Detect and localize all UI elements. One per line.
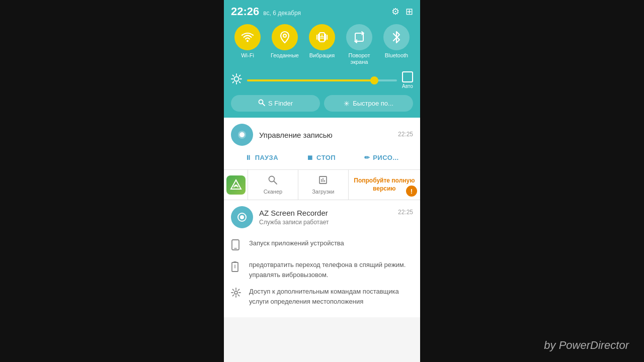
status-bar: 22:26 вс, 6 декабря ⚙ ⊞ xyxy=(224,0,420,21)
downloads-icon xyxy=(318,175,328,188)
rotate-label: Поворотэкрана xyxy=(349,52,370,65)
sfinder-label: S Finder xyxy=(268,100,293,107)
date: вс, 6 декабря xyxy=(263,10,301,17)
auto-box xyxy=(402,71,413,82)
sfinder-icon xyxy=(258,99,265,108)
permissions-area: Запуск приложений устройства предотврати… xyxy=(224,234,420,317)
quick-settings-panel: 22:26 вс, 6 декабря ⚙ ⊞ xyxy=(224,0,420,118)
auto-label: Авто xyxy=(402,83,413,89)
try-full-version[interactable]: Попробуйте полную версию ! xyxy=(349,170,420,200)
settings-perm-icon xyxy=(231,288,243,300)
svg-point-39 xyxy=(234,291,237,294)
quickconnect-button[interactable]: ✳ Быстрое по... xyxy=(324,95,413,112)
watermark: by PowerDirector xyxy=(544,339,629,352)
wifi-circle xyxy=(234,24,261,50)
brightness-thumb xyxy=(370,76,378,84)
az-logo-image xyxy=(226,175,246,195)
recording-icon xyxy=(231,124,253,146)
toggle-bluetooth[interactable]: Bluetooth xyxy=(381,24,412,65)
brightness-row: Авто xyxy=(224,67,420,92)
svg-line-27 xyxy=(274,182,277,185)
phone-icon xyxy=(231,239,243,253)
sfinder-button[interactable]: S Finder xyxy=(231,95,320,112)
quickconnect-label: Быстрое по... xyxy=(353,100,393,107)
svg-line-18 xyxy=(239,75,240,76)
notif-actions: ⏸ ПАУЗА ⏹ СТОП ✏ РИСО... xyxy=(231,150,413,163)
pause-icon: ⏸ xyxy=(245,154,252,161)
az-text: AZ Screen Recorder 22:25 Служба записи р… xyxy=(259,209,413,226)
notif-header: Управление записью 22:25 xyxy=(231,124,413,146)
geodata-label: Геоданные xyxy=(271,52,299,59)
svg-line-17 xyxy=(239,82,240,83)
svg-rect-2 xyxy=(319,33,325,42)
notif-title-row: Управление записью 22:25 xyxy=(259,131,413,139)
app-logo xyxy=(224,170,248,200)
az-title: AZ Screen Recorder xyxy=(259,209,328,217)
vibration-label: Вибрация xyxy=(309,52,335,59)
wifi-label: Wi-Fi xyxy=(241,52,254,59)
svg-point-33 xyxy=(240,215,244,219)
downloads-label: Загрузки xyxy=(312,189,334,195)
clock: 22:26 xyxy=(231,5,259,18)
time-section: 22:26 вс, 6 декабря xyxy=(231,5,301,18)
perm-text-1: Запуск приложений устройства xyxy=(249,238,344,248)
draw-label: РИСО... xyxy=(373,154,399,161)
stop-label: СТОП xyxy=(316,154,336,161)
brightness-track[interactable] xyxy=(247,79,397,81)
toggle-geodata[interactable]: Геоданные xyxy=(270,24,300,65)
az-subtitle: Служба записи работает xyxy=(259,219,329,226)
az-recorder-notification: AZ Screen Recorder 22:25 Служба записи р… xyxy=(224,200,420,234)
full-layout: 22:26 вс, 6 декабря ⚙ ⊞ xyxy=(0,0,644,362)
phone-screen: 22:26 вс, 6 декабря ⚙ ⊞ xyxy=(224,0,420,362)
quick-buttons-row: S Finder ✳ Быстрое по... xyxy=(224,92,420,118)
toggle-row: Wi-Fi Геоданные xyxy=(224,21,420,67)
svg-point-23 xyxy=(239,132,245,137)
pause-button[interactable]: ⏸ ПАУЗА xyxy=(241,152,282,163)
quickconnect-icon: ✳ xyxy=(344,100,350,108)
settings-icon[interactable]: ⚙ xyxy=(391,6,399,17)
permission-item-1: Запуск приложений устройства xyxy=(231,238,413,253)
grid-icon[interactable]: ⊞ xyxy=(406,6,413,17)
scanner-label: Сканер xyxy=(264,189,282,195)
left-background xyxy=(0,0,224,362)
perm-text-2: предотвратить переход телефона в спящий … xyxy=(249,260,406,280)
svg-line-16 xyxy=(233,75,234,76)
pause-label: ПАУЗА xyxy=(255,154,278,161)
auto-section: Авто xyxy=(402,71,413,89)
right-background: by PowerDirector xyxy=(420,0,644,362)
draw-button[interactable]: ✏ РИСО... xyxy=(360,152,403,163)
stop-button[interactable]: ⏹ СТОП xyxy=(303,152,340,163)
svg-point-25 xyxy=(235,186,236,187)
notif-time: 22:25 xyxy=(398,131,413,138)
svg-point-0 xyxy=(247,40,249,42)
top-icons: ⚙ ⊞ xyxy=(391,6,413,17)
draw-icon: ✏ xyxy=(364,154,370,161)
geodata-circle xyxy=(272,24,298,50)
rotate-circle xyxy=(346,24,372,50)
permission-item-2: предотвратить переход телефона в спящий … xyxy=(231,260,413,280)
permission-item-3: Доступ к дополнительным командам поставщ… xyxy=(231,287,413,306)
toggle-rotate[interactable]: Поворотэкрана xyxy=(344,24,374,65)
az-toolbar: Сканер Загрузки Попробуйте полную версию… xyxy=(224,170,420,200)
notif-title: Управление записью xyxy=(259,131,333,139)
az-header: AZ Screen Recorder 22:25 Служба записи р… xyxy=(231,206,413,228)
svg-point-1 xyxy=(283,34,286,37)
downloads-button[interactable]: Загрузки xyxy=(298,170,349,200)
vibration-circle xyxy=(309,24,335,50)
az-time: 22:25 xyxy=(398,209,413,217)
toggle-wifi[interactable]: Wi-Fi xyxy=(232,24,263,65)
scanner-icon xyxy=(268,175,278,188)
az-recorder-icon xyxy=(231,206,253,228)
svg-point-11 xyxy=(234,77,239,81)
svg-point-26 xyxy=(269,176,275,182)
bluetooth-circle xyxy=(383,24,410,50)
recording-control-notification: Управление записью 22:25 ⏸ ПАУЗА ⏹ СТОП … xyxy=(224,118,420,170)
toggle-vibration[interactable]: Вибрация xyxy=(307,24,337,65)
scanner-button[interactable]: Сканер xyxy=(248,170,298,200)
perm-text-3: Доступ к дополнительным командам поставщ… xyxy=(249,287,413,306)
bluetooth-label: Bluetooth xyxy=(385,52,408,59)
brightness-icon xyxy=(231,73,242,87)
stop-icon: ⏹ xyxy=(307,154,314,161)
svg-line-19 xyxy=(233,82,234,83)
svg-rect-37 xyxy=(233,261,236,263)
